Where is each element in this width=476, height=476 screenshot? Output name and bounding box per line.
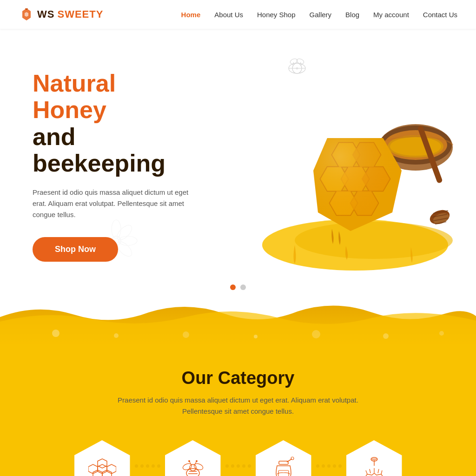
- hex-honeycomb: [74, 440, 130, 476]
- logo-sweety: SWEETY: [57, 8, 103, 20]
- hero-title-line1: Natural Honey: [33, 70, 191, 123]
- svg-point-57: [186, 469, 199, 476]
- dot-sep: [225, 464, 229, 468]
- svg-point-49: [383, 333, 389, 339]
- carousel-dot-2[interactable]: [240, 284, 246, 290]
- nav-honey-shop[interactable]: Honey Shop: [257, 11, 296, 19]
- svg-line-72: [370, 469, 370, 473]
- svg-point-48: [312, 330, 320, 338]
- nav-about[interactable]: About Us: [214, 11, 243, 19]
- dots-sep-3: [316, 464, 342, 476]
- dot-sep: [248, 464, 251, 468]
- svg-point-9: [295, 222, 453, 259]
- dipper-icon: [360, 456, 388, 476]
- hex-bee: [165, 440, 221, 476]
- category-item-honeycomb[interactable]: [74, 440, 130, 476]
- svg-point-66: [196, 460, 198, 462]
- svg-rect-67: [279, 461, 288, 464]
- dot-sep: [157, 464, 160, 468]
- jar-icon: [270, 456, 298, 476]
- category-item-bee[interactable]: [165, 440, 221, 476]
- category-section: Our Category Praesent id odio quis massa…: [0, 345, 476, 476]
- dot-sep: [333, 464, 336, 468]
- dot-sep: [322, 464, 325, 468]
- svg-point-46: [183, 331, 189, 338]
- category-item-jar[interactable]: [256, 440, 311, 476]
- hex-jar: [256, 440, 311, 476]
- dot-sep: [327, 464, 331, 468]
- logo-icon: [19, 7, 34, 22]
- svg-point-45: [114, 333, 119, 338]
- svg-line-75: [381, 470, 382, 474]
- dots-sep-1: [135, 464, 160, 476]
- carousel-dots: [230, 284, 246, 290]
- svg-rect-68: [278, 470, 289, 476]
- logo[interactable]: WS SWEETY: [19, 7, 103, 22]
- dot-sep: [237, 464, 240, 468]
- bee-sketch-decoration: [276, 52, 318, 82]
- svg-point-50: [439, 331, 444, 336]
- wave-divider: [0, 303, 476, 345]
- bee-icon: [179, 456, 207, 476]
- category-item-dipper[interactable]: [346, 440, 402, 476]
- svg-line-71: [366, 470, 367, 474]
- svg-point-65: [188, 460, 190, 462]
- dot-sep: [152, 464, 155, 468]
- hero-section: Natural Honey and beekeeping Praesent id…: [0, 29, 476, 303]
- dot-sep: [338, 464, 342, 468]
- hero-title-line2: and beekeeping: [33, 124, 191, 177]
- dot-sep: [231, 464, 234, 468]
- dot-sep: [316, 464, 319, 468]
- svg-line-74: [378, 469, 379, 473]
- logo-ws: WS: [37, 8, 54, 20]
- hex-dipper: [346, 440, 402, 476]
- svg-marker-51: [98, 459, 107, 468]
- svg-point-7: [296, 67, 298, 70]
- dots-sep-2: [225, 464, 251, 476]
- category-icons-row: [19, 440, 457, 476]
- hero-content: Natural Honey and beekeeping Praesent id…: [0, 42, 223, 290]
- hero-illustration: [202, 45, 471, 287]
- dot-sep: [146, 464, 149, 468]
- svg-point-70: [291, 457, 294, 460]
- category-title: Our Category: [19, 368, 457, 388]
- nav-contact[interactable]: Contact Us: [423, 11, 457, 19]
- dot-sep: [135, 464, 138, 468]
- nav-gallery[interactable]: Gallery: [310, 11, 332, 19]
- site-header: WS SWEETY Home About Us Honey Shop Galle…: [0, 0, 476, 29]
- nav-account[interactable]: My account: [373, 11, 409, 19]
- dot-sep: [242, 464, 245, 468]
- carousel-dot-1[interactable]: [230, 284, 236, 290]
- svg-point-47: [254, 335, 258, 338]
- category-description: Praesent id odio quis massa aliquet dict…: [117, 395, 359, 417]
- nav-blog[interactable]: Blog: [345, 11, 359, 19]
- shop-now-button[interactable]: Shop Now: [33, 237, 118, 262]
- main-nav: Home About Us Honey Shop Gallery Blog My…: [181, 11, 457, 19]
- svg-marker-38: [313, 138, 402, 231]
- honeycomb-icon: [88, 456, 116, 476]
- hero-image-area: [197, 29, 476, 303]
- nav-home[interactable]: Home: [181, 11, 201, 19]
- hero-description: Praesent id odio quis massa aliquet dict…: [33, 187, 191, 220]
- dot-sep: [140, 464, 144, 468]
- svg-point-62: [193, 463, 204, 471]
- svg-point-61: [182, 463, 192, 471]
- svg-point-44: [52, 330, 60, 337]
- svg-point-14: [390, 137, 441, 156]
